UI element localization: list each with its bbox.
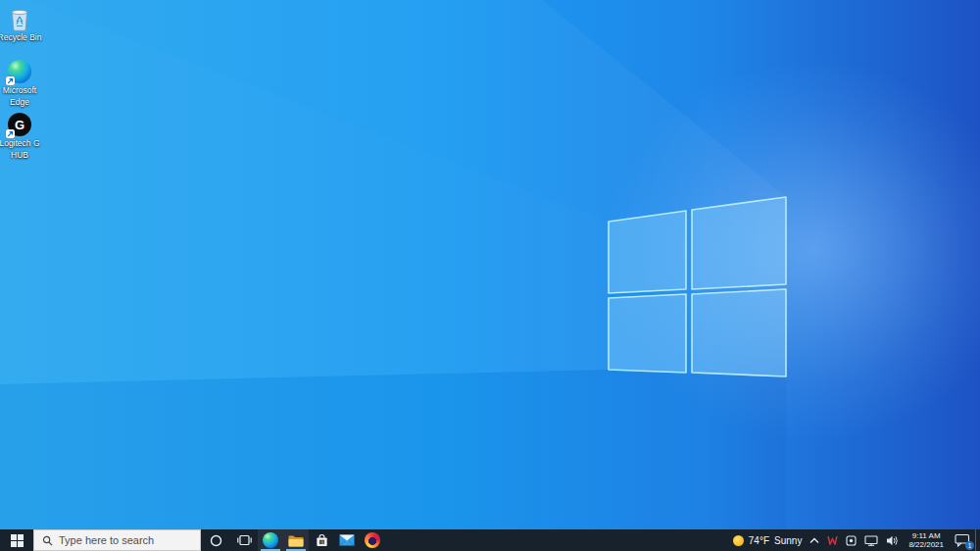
desktop-icon-label2: Edge <box>10 98 29 108</box>
mail-icon <box>339 534 355 546</box>
clock-date: 8/22/2021 <box>908 540 944 550</box>
cortana-button[interactable] <box>201 529 230 551</box>
chevron-up-icon <box>809 537 819 544</box>
start-button[interactable] <box>0 529 33 551</box>
taskbar-app-firefox[interactable] <box>360 529 385 551</box>
network-icon <box>864 535 878 546</box>
volume-icon <box>886 535 899 546</box>
search-input[interactable] <box>59 534 186 546</box>
desktop-icon-column: Recycle Bin Microsoft Edge G Logitech G … <box>0 6 39 165</box>
notification-badge: 1 <box>965 541 974 550</box>
show-desktop-button[interactable] <box>975 529 980 551</box>
clock-time: 9:11 AM <box>912 531 941 541</box>
desktop-icon-microsoft-edge[interactable]: Microsoft Edge <box>0 59 39 112</box>
taskbar: 74°F Sunny <box>0 529 980 551</box>
taskbar-app-mail[interactable] <box>334 529 360 551</box>
desktop-icon-label: Logitech G <box>0 139 40 149</box>
desktop-icon-recycle-bin[interactable]: Recycle Bin <box>0 6 39 59</box>
sun-icon <box>733 535 744 546</box>
shortcut-arrow-icon <box>6 129 15 138</box>
volume-button[interactable] <box>882 529 903 551</box>
shortcut-arrow-icon <box>6 76 15 85</box>
taskbar-app-edge[interactable] <box>258 529 283 551</box>
weather-widget[interactable]: 74°F Sunny <box>729 529 807 551</box>
app-tray-icon <box>846 535 857 546</box>
firefox-icon <box>365 532 380 548</box>
network-button[interactable] <box>860 529 882 551</box>
task-view-button[interactable] <box>230 529 258 551</box>
cortana-icon <box>210 534 222 547</box>
weather-temp: 74°F <box>749 535 769 546</box>
clock[interactable]: 9:11 AM 8/22/2021 <box>903 529 950 551</box>
tray-red-w-app[interactable] <box>823 529 842 551</box>
desktop-icon-label: Microsoft <box>3 86 36 96</box>
wallpaper <box>0 0 980 551</box>
edge-icon <box>263 532 278 548</box>
desktop-icon-logitech-g-hub[interactable]: G Logitech G HUB <box>0 112 39 165</box>
hidden-icons-button[interactable] <box>806 529 823 551</box>
tray-app-button[interactable] <box>842 529 860 551</box>
windows-desktop: Recycle Bin Microsoft Edge G Logitech G … <box>0 0 980 551</box>
red-w-tray-icon <box>827 535 838 545</box>
microsoft-store-icon <box>315 533 329 548</box>
desktop-icon-label2: HUB <box>11 151 28 161</box>
task-view-icon <box>237 534 252 546</box>
floor-shade <box>0 370 786 551</box>
windows-start-icon <box>11 534 24 547</box>
weather-condition: Sunny <box>774 535 802 546</box>
action-center-button[interactable]: 1 <box>950 529 975 551</box>
taskbar-search[interactable] <box>33 529 201 551</box>
desktop-icon-label: Recycle Bin <box>0 33 41 43</box>
taskbar-app-file-explorer[interactable] <box>283 529 309 551</box>
search-icon <box>42 535 53 546</box>
taskbar-app-store[interactable] <box>309 529 334 551</box>
recycle-bin-icon <box>7 6 32 31</box>
file-explorer-icon <box>288 534 304 547</box>
taskbar-empty-area <box>385 529 729 551</box>
